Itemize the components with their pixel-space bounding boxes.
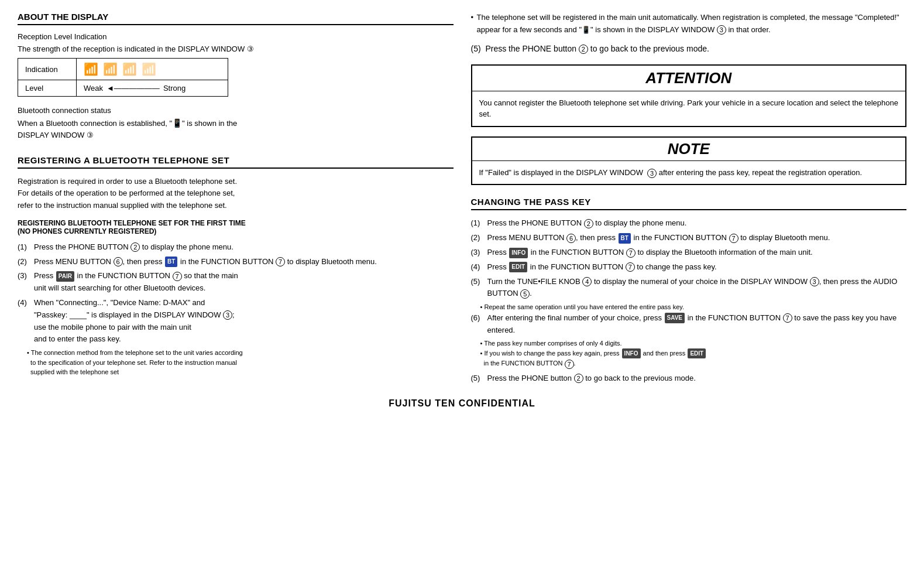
- changing-step-5: (5) Turn the TUNE•FILE KNOB 4 to display…: [471, 276, 907, 300]
- note-body: If "Failed" is displayed in the DISPLAY …: [472, 161, 906, 184]
- weak-label: Weak: [84, 84, 103, 93]
- bt-icon-2: 📶: [103, 62, 118, 76]
- cs-3-num: (3): [471, 247, 485, 259]
- right-column: The telephone set will be registered in …: [471, 12, 907, 387]
- cs-subnote-3: • If you wish to change the pass key aga…: [480, 348, 907, 369]
- indication-label: Indication: [18, 59, 77, 80]
- circle-7-cs4: 7: [626, 262, 635, 272]
- changing-step-6: (6) After entering the final number of y…: [471, 312, 907, 337]
- changing-step-4: (4) Press EDIT in the FUNCTION BUTTON 7 …: [471, 261, 907, 274]
- level-label: Level: [18, 80, 77, 97]
- cs-6-num: (6): [471, 312, 485, 337]
- circle-7-cs3: 7: [626, 248, 636, 258]
- bt-icon-4: 📶: [142, 62, 156, 76]
- circle-3-note: 3: [647, 169, 657, 178]
- cs-2-content: Press MENU BUTTON 6, then press BT in th…: [487, 232, 907, 244]
- circle-5-cs5: 5: [520, 289, 530, 299]
- indication-table: Indication 📶 📶 📶 📶 Level W: [18, 58, 228, 97]
- bt-icon-display: 📱: [172, 118, 182, 128]
- info-badge-cs3: INFO: [509, 248, 528, 258]
- step-2: (2) Press MENU BUTTON 6, then press BT i…: [18, 256, 454, 268]
- edit-badge-cs4: EDIT: [509, 262, 527, 272]
- cs-6-content: After entering the final number of your …: [487, 312, 907, 337]
- right-bullet-notes: The telephone set will be registered in …: [471, 12, 907, 36]
- register-section: REGISTERING A BLUETOOTH TELEPHONE SET Re…: [18, 155, 454, 377]
- reception-desc: The strength of the reception is indicat…: [18, 45, 454, 53]
- circle-3-cs5: 3: [810, 277, 819, 286]
- level-value: Weak ◄—————— Strong: [77, 80, 228, 97]
- note-header: NOTE: [472, 138, 906, 161]
- footer-confidential: FUJITSU TEN CONFIDENTIAL: [18, 398, 906, 409]
- right-step5: (5) Press the PHONE button 2 to go back …: [471, 42, 907, 55]
- circle-2-s1: 2: [130, 242, 140, 252]
- circle-3-s4: 3: [223, 310, 232, 320]
- cs-1-num: (1): [471, 217, 485, 230]
- bt-desc-1: When a Bluetooth connection is establish…: [18, 119, 172, 128]
- edit-badge-note: EDIT: [688, 348, 706, 358]
- circle-2-r5: 2: [579, 45, 588, 54]
- arrow-left: ◄——————: [107, 84, 160, 93]
- cs-4-num: (4): [471, 261, 485, 274]
- bullet-note-1: The telephone set will be registered in …: [471, 12, 907, 36]
- strong-label: Strong: [163, 84, 186, 93]
- attention-header: ATTENTION: [472, 66, 906, 91]
- step-4: (4) When "Connecting...", "Device Name: …: [18, 297, 454, 346]
- cs-5b-num: (5): [471, 372, 485, 385]
- step-4-note: • The connection method from the telepho…: [27, 348, 454, 377]
- register-subtitle: REGISTERING BLUETOOTH TELEPHONE SET FOR …: [18, 219, 454, 235]
- bluetooth-desc: When a Bluetooth connection is establish…: [18, 117, 454, 141]
- changing-step-2: (2) Press MENU BUTTON 6, then press BT i…: [471, 232, 907, 244]
- about-display-title: ABOUT THE DISPLAY: [18, 12, 454, 25]
- cs-subnote-2: • The pass key number comprises of only …: [480, 339, 907, 348]
- about-display-section: ABOUT THE DISPLAY Reception Level Indica…: [18, 12, 454, 141]
- step-4-num: (4): [18, 297, 32, 346]
- cs-3-content: Press INFO in the FUNCTION BUTTON 7 to d…: [487, 247, 907, 259]
- save-badge-cs6: SAVE: [665, 313, 685, 323]
- changing-steps-list: (1) Press the PHONE BUTTON 2 to display …: [471, 217, 907, 384]
- circle-6-cs2: 6: [566, 234, 576, 243]
- circle-7-cs6: 7: [783, 313, 792, 323]
- circle-7-s3: 7: [173, 272, 182, 281]
- bt-icon-1: 📶: [84, 62, 98, 76]
- cs-subnote-1: • Repeat the same operation until you ha…: [480, 302, 907, 312]
- reception-label: Reception Level Indication: [18, 32, 454, 41]
- bt-desc-2: " is shown in the: [182, 119, 237, 128]
- register-title: REGISTERING A BLUETOOTH TELEPHONE SET: [18, 155, 454, 169]
- attention-box: ATTENTION You cannot register the Blueto…: [471, 64, 907, 127]
- bt-badge-cs2: BT: [619, 233, 631, 244]
- circle-2-cs1: 2: [584, 219, 593, 228]
- step-1-num: (1): [18, 241, 32, 254]
- note-box: NOTE If "Failed" is displayed in the DIS…: [471, 136, 907, 186]
- changing-title: CHANGING THE PASS KEY: [471, 197, 907, 210]
- step-4-content: When "Connecting...", "Device Name: D-MA…: [34, 297, 454, 346]
- circle-7-note: 7: [565, 360, 574, 369]
- cs-5-num: (5): [471, 276, 485, 300]
- bt-desc-3: DISPLAY WINDOW ③: [18, 131, 94, 139]
- step-2-content: Press MENU BUTTON 6, then press BT in th…: [34, 256, 454, 268]
- pair-badge-s3: PAIR: [56, 271, 74, 282]
- indication-icons: 📶 📶 📶 📶: [77, 59, 228, 80]
- circle-7-cs2: 7: [729, 234, 738, 243]
- bt-badge-s2: BT: [165, 257, 177, 267]
- left-column: ABOUT THE DISPLAY Reception Level Indica…: [18, 12, 454, 387]
- bt-icon-3: 📶: [122, 62, 137, 76]
- circle-6-s2: 6: [114, 257, 123, 266]
- changing-step-5b: (5) Press the PHONE button 2 to go back …: [471, 372, 907, 385]
- cs-1-content: Press the PHONE BUTTON 2 to display the …: [487, 217, 907, 230]
- attention-body: You cannot register the Bluetooth teleph…: [472, 91, 906, 126]
- steps-list: (1) Press the PHONE BUTTON 2 to display …: [18, 241, 454, 377]
- step-3-num: (3): [18, 270, 32, 295]
- circle-3-rn: 3: [717, 25, 726, 35]
- step-3: (3) Press PAIR in the FUNCTION BUTTON 7 …: [18, 270, 454, 295]
- cs-5-content: Turn the TUNE•FILE KNOB 4 to display the…: [487, 276, 907, 300]
- changing-section: CHANGING THE PASS KEY (1) Press the PHON…: [471, 197, 907, 384]
- circle-7-s2: 7: [276, 257, 285, 266]
- cs-2-num: (2): [471, 232, 485, 244]
- step-2-num: (2): [18, 256, 32, 268]
- step-3-content: Press PAIR in the FUNCTION BUTTON 7 so t…: [34, 270, 454, 295]
- info-badge-note: INFO: [622, 348, 641, 358]
- step-1: (1) Press the PHONE BUTTON 2 to display …: [18, 241, 454, 254]
- step-1-content: Press the PHONE BUTTON 2 to display the …: [34, 241, 454, 254]
- bt-icon-inline: 📱: [582, 26, 590, 34]
- cs-4-content: Press EDIT in the FUNCTION BUTTON 7 to c…: [487, 261, 907, 274]
